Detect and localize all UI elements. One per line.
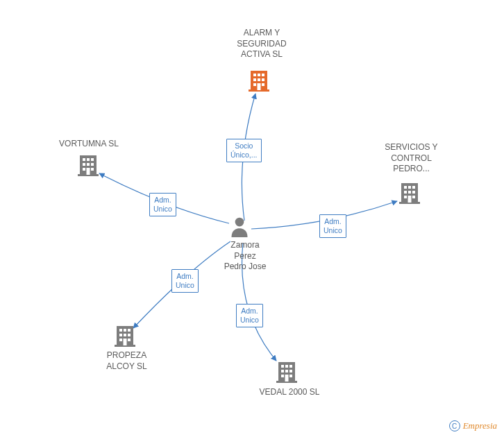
svg-rect-25 bbox=[281, 365, 284, 368]
svg-rect-37 bbox=[124, 329, 126, 332]
edge-label-propeza: Adm. Unico bbox=[171, 269, 199, 293]
svg-rect-9 bbox=[253, 83, 256, 86]
svg-rect-50 bbox=[83, 163, 85, 166]
svg-rect-44 bbox=[124, 339, 127, 345]
svg-rect-8 bbox=[262, 78, 264, 81]
svg-rect-28 bbox=[281, 370, 284, 372]
svg-point-0 bbox=[235, 218, 244, 227]
node-alarm-label: ALARM Y SEGURIDAD ACTIVA SL bbox=[230, 28, 293, 60]
svg-rect-15 bbox=[408, 186, 411, 189]
svg-rect-43 bbox=[128, 339, 131, 341]
svg-rect-22 bbox=[408, 196, 412, 203]
svg-rect-26 bbox=[285, 365, 288, 368]
svg-rect-48 bbox=[87, 158, 90, 161]
svg-rect-27 bbox=[289, 365, 292, 368]
svg-rect-54 bbox=[91, 168, 94, 171]
svg-rect-52 bbox=[91, 163, 94, 166]
node-vortumna-icon bbox=[78, 154, 99, 176]
svg-rect-4 bbox=[258, 74, 260, 76]
svg-rect-21 bbox=[412, 196, 415, 198]
svg-rect-19 bbox=[412, 191, 415, 194]
svg-rect-5 bbox=[262, 74, 264, 76]
edge-label-vortumna: Adm. Unico bbox=[149, 193, 176, 216]
svg-rect-53 bbox=[83, 168, 85, 171]
svg-rect-3 bbox=[253, 74, 256, 76]
svg-rect-6 bbox=[253, 78, 256, 81]
edge-label-servicios: Adm. Unico bbox=[319, 214, 346, 238]
svg-rect-55 bbox=[87, 168, 90, 175]
svg-rect-16 bbox=[412, 186, 415, 189]
svg-rect-51 bbox=[87, 163, 90, 166]
svg-rect-11 bbox=[258, 83, 261, 90]
node-vortumna-label: VORTUMNA SL bbox=[54, 139, 124, 150]
svg-rect-30 bbox=[289, 370, 292, 372]
node-propeza-icon bbox=[115, 325, 135, 347]
footer-brand: Empresia bbox=[463, 420, 497, 431]
svg-rect-47 bbox=[83, 158, 85, 161]
svg-rect-42 bbox=[119, 339, 122, 341]
svg-rect-41 bbox=[128, 334, 131, 336]
svg-rect-36 bbox=[119, 329, 122, 332]
node-propeza-label: PROPEZA ALCOY SL bbox=[97, 350, 156, 372]
diagram-edges bbox=[0, 0, 504, 437]
edge-label-vedal: Adm. Unico bbox=[236, 304, 263, 327]
node-servicios-icon bbox=[399, 182, 420, 204]
node-vedal-label: VEDAL 2000 SL bbox=[251, 387, 328, 398]
svg-rect-7 bbox=[258, 78, 260, 81]
svg-rect-38 bbox=[128, 329, 131, 332]
svg-rect-40 bbox=[124, 334, 126, 336]
svg-rect-31 bbox=[281, 375, 284, 377]
svg-rect-10 bbox=[262, 83, 264, 86]
svg-rect-49 bbox=[91, 158, 94, 161]
node-servicios-label: SERVICIOS Y CONTROL PEDRO... bbox=[378, 142, 444, 175]
node-vedal-icon bbox=[276, 361, 297, 383]
person-icon bbox=[230, 216, 249, 237]
svg-rect-33 bbox=[285, 375, 289, 382]
svg-rect-17 bbox=[404, 191, 407, 194]
svg-rect-39 bbox=[119, 334, 122, 336]
copyright-icon: C bbox=[449, 420, 460, 431]
svg-rect-29 bbox=[285, 370, 288, 372]
svg-rect-32 bbox=[289, 375, 292, 377]
footer-copyright: C Empresia bbox=[449, 420, 497, 431]
svg-rect-14 bbox=[404, 186, 407, 189]
edge-label-alarm: Socio Único,... bbox=[226, 139, 262, 162]
center-label: Zamora Perez Pedro Jose bbox=[217, 240, 273, 273]
svg-rect-20 bbox=[404, 196, 407, 198]
svg-rect-18 bbox=[408, 191, 411, 194]
node-alarm-icon bbox=[249, 69, 269, 92]
